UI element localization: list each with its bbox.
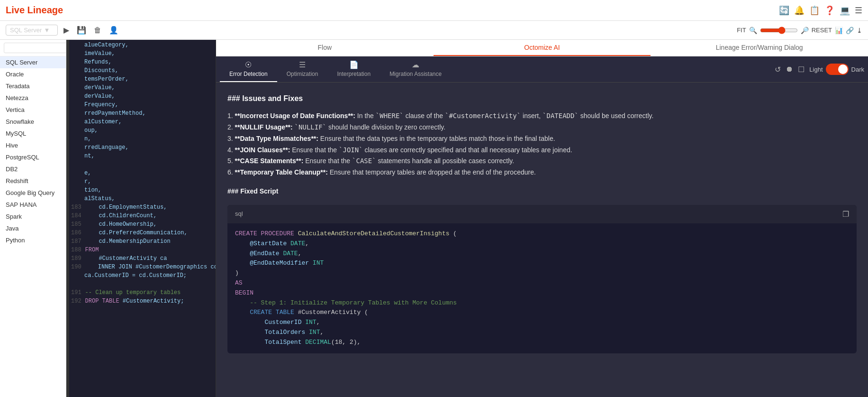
db-selector[interactable]: SQL Server ▼ — [6, 25, 58, 36]
line-content: derValue, — [84, 84, 115, 93]
tab-flow[interactable]: Flow — [216, 40, 434, 56]
zoom-in-icon[interactable]: 🔎 — [801, 27, 809, 34]
record-icon[interactable]: ⏺ — [786, 65, 793, 74]
db-list-item[interactable]: Oracle — [0, 68, 66, 80]
delete-button[interactable]: 🗑 — [92, 24, 103, 37]
chart-icon[interactable]: 📊 — [835, 27, 843, 34]
sub-tab-error-detection[interactable]: ☉ Error Detection — [220, 56, 277, 82]
issue-item: 2. **NULLIF Usage**: `NULLIF` should han… — [227, 122, 857, 133]
code-line: 187 cd.MembershipDuration — [69, 238, 216, 247]
error-detection-label: Error Detection — [229, 71, 268, 77]
fit-label: FIT — [737, 27, 746, 34]
line-content: INNER JOIN #CustomerDemographics cd ON — [84, 264, 216, 272]
code-line: temsPerOrder, — [69, 76, 216, 84]
sub-tab-optimization[interactable]: ☰ Optimization — [277, 56, 328, 82]
fit-controls: FIT 🔍 🔎 RESET 📊 🔗 ⤓ — [737, 27, 862, 34]
issues-heading: ### Issues and Fixes — [227, 92, 857, 105]
history-icon[interactable]: 🔄 — [779, 5, 789, 16]
search-bar: 🔍 — [0, 40, 66, 56]
line-content: derValue, — [84, 93, 115, 102]
layout-icon[interactable]: ☐ — [798, 65, 805, 74]
code-line: Discounts, — [69, 67, 216, 76]
code-line: 184 cd.ChildrenCount, — [69, 212, 216, 221]
tab-lineage-error[interactable]: Lineage Error/Warning Dialog — [651, 40, 868, 56]
code-line: rredLanguage, — [69, 144, 216, 153]
code-line: Refunds, — [69, 59, 216, 67]
db-list-item[interactable]: Java — [0, 222, 66, 234]
line-content: #CustomerActivity ca — [85, 255, 167, 264]
topbar-right: 🔄 🔔 📋 ❓ 💻 ☰ — [779, 5, 862, 16]
migration-icon: ☁ — [412, 60, 419, 69]
code-line: ca.CustomerID = cd.CustomerID; — [69, 272, 216, 281]
db-list-item[interactable]: Vertica — [0, 104, 66, 116]
error-detection-icon: ☉ — [245, 60, 252, 69]
db-list-item[interactable]: Hive — [0, 139, 66, 151]
sub-tab-interpretation[interactable]: 📄 Interpretation — [327, 56, 380, 82]
db-list: SQL ServerOracleTeradataNetezzaVerticaSn… — [0, 56, 66, 246]
code-line: alCustomer, — [69, 119, 216, 127]
code-line: oup, — [69, 127, 216, 136]
code-editor-panel: alueCategory,imeValue,Refunds,Discounts,… — [69, 40, 216, 397]
line-content: alueCategory, — [84, 42, 129, 50]
db-list-item[interactable]: SQL Server — [0, 56, 66, 68]
code-line: r, — [69, 178, 216, 187]
document-icon[interactable]: 📋 — [809, 5, 820, 16]
line-content: nt, — [84, 153, 95, 161]
sub-tabs-left: ☉ Error Detection ☰ Optimization 📄 Inter… — [220, 56, 451, 82]
os-icon[interactable]: 💻 — [840, 5, 850, 16]
db-list-item[interactable]: PostgreSQL — [0, 151, 66, 163]
issue-item: 5. **CASE Statements**: Ensure that the … — [227, 156, 857, 167]
code-line: derValue, — [69, 84, 216, 93]
db-list-item[interactable]: DB2 — [0, 163, 66, 175]
app-title: Live Lineage — [6, 5, 63, 16]
line-content: -- Clean up temporary tables — [85, 289, 181, 298]
bell-icon[interactable]: 🔔 — [794, 5, 805, 16]
db-list-item[interactable]: Netezza — [0, 92, 66, 104]
line-content: alStatus, — [84, 195, 115, 204]
download-icon[interactable]: ⤓ — [857, 27, 862, 34]
db-list-item[interactable]: Python — [0, 234, 66, 246]
search-input[interactable] — [4, 43, 66, 53]
db-selector-label: SQL Server — [10, 27, 42, 34]
reset-button[interactable]: RESET — [812, 27, 832, 34]
line-content: FROM — [85, 247, 99, 255]
db-list-item[interactable]: Teradata — [0, 80, 66, 92]
code-line: 190 INNER JOIN #CustomerDemographics cd … — [69, 264, 216, 272]
theme-toggle: Light Dark — [809, 64, 864, 75]
copy-icon[interactable]: ❐ — [842, 208, 849, 221]
code-line: imeValue, — [69, 50, 216, 59]
toolbar: SQL Server ▼ ▶ 💾 🗑 👤 FIT 🔍 🔎 RESET 📊 🔗 ⤓ — [0, 21, 868, 40]
link-icon[interactable]: 🔗 — [846, 27, 854, 34]
tab-octomize-ai[interactable]: Octomize AI — [434, 40, 651, 56]
run-button[interactable]: ▶ — [62, 24, 71, 37]
sub-tab-migration[interactable]: ☁ Migration Assistance — [380, 56, 451, 82]
left-panel: 🔍 SQL ServerOracleTeradataNetezzaVertica… — [0, 40, 66, 397]
theme-switch[interactable] — [826, 64, 849, 75]
sub-tabs-right: ↺ ⏺ ☐ Light Dark — [775, 64, 864, 75]
topbar-left: Live Lineage — [6, 5, 63, 16]
db-list-item[interactable]: Snowflake — [0, 116, 66, 128]
db-list-item[interactable]: MySQL — [0, 128, 66, 139]
db-list-item[interactable]: SAP HANA — [0, 199, 66, 211]
db-list-item[interactable]: Spark — [0, 211, 66, 222]
line-content: Refunds, — [84, 59, 112, 67]
line-content: Discounts, — [84, 67, 118, 76]
issue-item: 1. **Incorrect Usage of Date Functions**… — [227, 111, 857, 122]
code-line — [69, 161, 216, 170]
line-content: rredPaymentMethod, — [84, 110, 146, 119]
line-content: Frequency, — [84, 102, 118, 110]
menu-icon[interactable]: ☰ — [855, 5, 862, 16]
line-content: temsPerOrder, — [84, 76, 129, 84]
user-button[interactable]: 👤 — [107, 24, 120, 37]
refresh-icon[interactable]: ↺ — [775, 65, 781, 74]
code-line: tion, — [69, 187, 216, 195]
help-icon[interactable]: ❓ — [824, 5, 835, 16]
zoom-out-icon[interactable]: 🔍 — [749, 27, 757, 34]
fit-slider[interactable] — [760, 27, 798, 34]
line-content: cd.EmploymentStatus, — [85, 204, 167, 212]
db-list-item[interactable]: Redshift — [0, 175, 66, 187]
db-list-item[interactable]: Google Big Query — [0, 187, 66, 199]
code-block: sql ❐ CREATE PROCEDURE CalculateAndStore… — [227, 205, 857, 353]
code-line: 191-- Clean up temporary tables — [69, 289, 216, 298]
save-button[interactable]: 💾 — [75, 24, 88, 37]
